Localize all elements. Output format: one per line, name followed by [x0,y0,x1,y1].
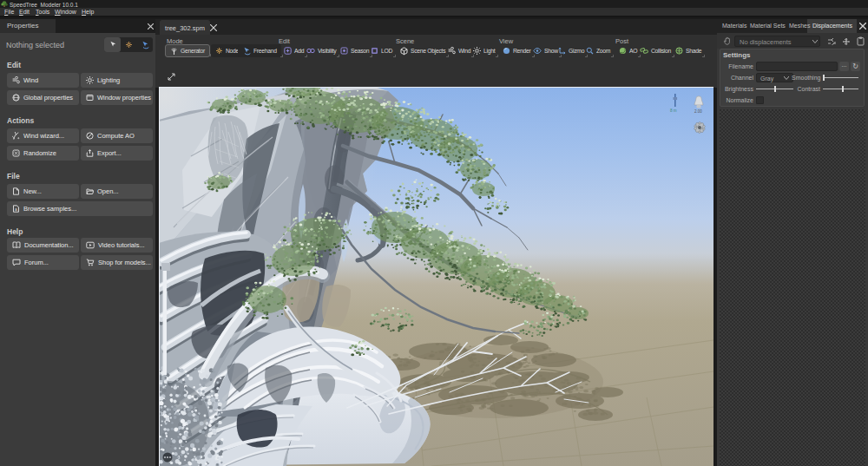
svg-text:2.00: 2.00 [694,109,702,114]
svg-text:a: a [15,207,17,212]
svg-text:8 m: 8 m [670,108,677,113]
